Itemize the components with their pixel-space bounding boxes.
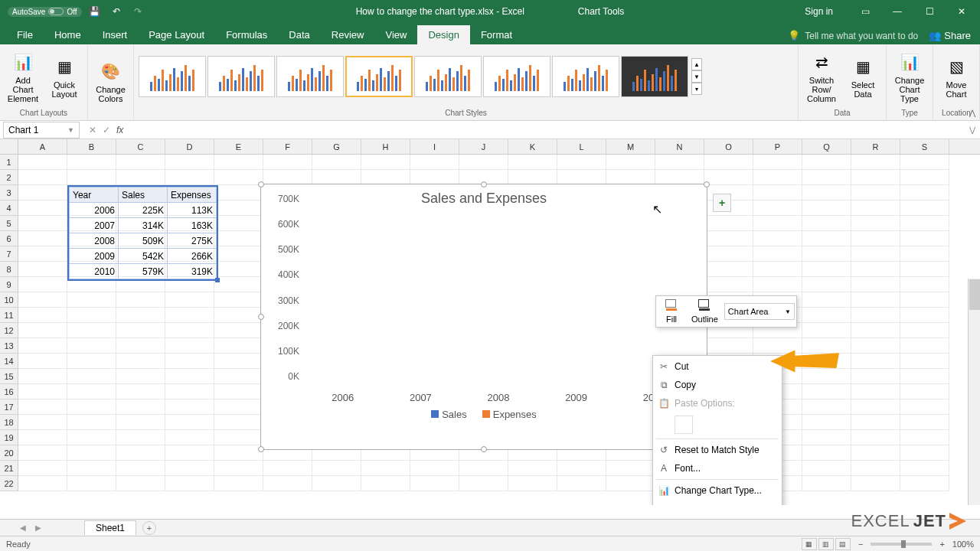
cancel-formula-icon[interactable]: ✕ (89, 125, 96, 135)
cell[interactable] (18, 170, 67, 185)
cell[interactable] (900, 216, 949, 231)
cell[interactable] (851, 415, 900, 430)
cell[interactable] (116, 445, 165, 461)
cell[interactable] (851, 384, 900, 399)
row-header[interactable]: 19 (0, 430, 18, 445)
cell[interactable] (18, 430, 67, 445)
redo-icon[interactable]: ↷ (129, 3, 146, 20)
fill-dropdown[interactable]: Fill (658, 298, 685, 325)
cell[interactable] (753, 231, 802, 246)
quick-layout-button[interactable]: ▦ Quick Layout (44, 53, 84, 100)
cell[interactable] (851, 354, 900, 369)
column-header[interactable]: L (557, 139, 606, 154)
table-cell[interactable]: 2010 (70, 264, 119, 279)
cell[interactable] (214, 415, 263, 430)
cell[interactable] (312, 170, 361, 185)
row-header[interactable]: 8 (0, 262, 18, 277)
change-colors-button[interactable]: 🎨 Change Colors (91, 57, 130, 105)
cell[interactable] (851, 369, 900, 384)
cell[interactable] (67, 292, 116, 308)
cell[interactable] (165, 476, 214, 491)
column-header[interactable]: J (459, 139, 508, 154)
chart-style-thumb[interactable] (483, 56, 550, 97)
tab-design[interactable]: Design (417, 25, 469, 44)
name-box[interactable]: Chart 1▼ (3, 122, 80, 139)
cell[interactable] (214, 216, 263, 231)
cell[interactable] (802, 308, 851, 323)
cell[interactable] (214, 399, 263, 415)
signin-link[interactable]: Sign in (805, 6, 833, 17)
cell[interactable] (410, 170, 459, 185)
column-header[interactable]: F (263, 139, 312, 154)
row-header[interactable]: 3 (0, 185, 18, 201)
cell[interactable] (18, 445, 67, 461)
chart-title[interactable]: Sales and Expenses (261, 184, 707, 210)
cell[interactable] (116, 354, 165, 369)
table-cell[interactable]: 2009 (70, 249, 119, 264)
row-header[interactable]: 1 (0, 155, 18, 170)
cell[interactable] (900, 277, 949, 292)
cell[interactable] (802, 185, 851, 201)
row-header[interactable]: 16 (0, 384, 18, 399)
cell[interactable] (165, 430, 214, 445)
cell[interactable] (165, 308, 214, 323)
sheet-tab[interactable]: Sheet1 (84, 520, 136, 535)
column-header[interactable]: C (116, 139, 165, 154)
column-header[interactable]: I (410, 139, 459, 154)
chart-style-thumb[interactable] (414, 56, 482, 97)
cell[interactable] (753, 201, 802, 216)
cell[interactable] (410, 476, 459, 491)
cell[interactable] (900, 354, 949, 369)
chart-styles-gallery[interactable] (137, 54, 690, 99)
tab-data[interactable]: Data (278, 25, 320, 44)
cell[interactable] (67, 323, 116, 338)
maximize-icon[interactable]: ☐ (914, 0, 945, 23)
cell[interactable] (900, 399, 949, 415)
cell[interactable] (165, 354, 214, 369)
formula-input[interactable] (129, 122, 965, 138)
cell[interactable] (116, 399, 165, 415)
cell[interactable] (900, 461, 949, 476)
cell[interactable] (67, 399, 116, 415)
tab-page-layout[interactable]: Page Layout (138, 25, 215, 44)
cell[interactable] (67, 476, 116, 491)
cell[interactable] (900, 476, 949, 491)
cell[interactable] (361, 476, 410, 491)
sheet-nav[interactable]: ◀▶ (15, 523, 46, 532)
cell[interactable] (116, 476, 165, 491)
cell[interactable] (606, 476, 655, 491)
table-cell[interactable]: 542K (119, 249, 168, 264)
cell[interactable] (704, 338, 753, 354)
cell[interactable] (116, 308, 165, 323)
move-chart-button[interactable]: ▧ Move Chart (936, 53, 976, 100)
row-header[interactable]: 17 (0, 399, 18, 415)
cell[interactable] (165, 292, 214, 308)
source-data-range[interactable]: YearSalesExpenses2006225K113K2007314K163… (67, 185, 218, 281)
cell[interactable] (214, 277, 263, 292)
expand-formula-icon[interactable]: ⋁ (965, 126, 980, 134)
autosave-toggle[interactable]: AutoSave Off (8, 7, 82, 17)
cell[interactable] (851, 246, 900, 262)
cell[interactable] (165, 384, 214, 399)
save-icon[interactable]: 💾 (87, 3, 103, 20)
cell[interactable] (214, 445, 263, 461)
cell[interactable] (900, 292, 949, 308)
cell[interactable] (704, 216, 753, 231)
cell[interactable] (459, 476, 508, 491)
cell[interactable] (655, 155, 704, 170)
cell[interactable] (67, 430, 116, 445)
scroll-down-icon[interactable]: ▼ (691, 70, 702, 83)
page-break-view-icon[interactable]: ▤ (835, 538, 851, 550)
table-cell[interactable]: 319K (168, 264, 217, 279)
chart-style-thumb[interactable] (345, 56, 413, 97)
normal-view-icon[interactable]: ▦ (802, 538, 817, 550)
cell[interactable] (900, 323, 949, 338)
chart-style-thumb[interactable] (552, 56, 619, 97)
menu-copy[interactable]: ⧉Copy (653, 376, 782, 394)
menu-font[interactable]: AFont... (653, 459, 782, 478)
cell[interactable] (116, 292, 165, 308)
new-sheet-button[interactable]: + (142, 521, 156, 535)
zoom-in-icon[interactable]: + (939, 540, 944, 549)
vertical-scrollbar[interactable] (968, 279, 980, 505)
row-header[interactable]: 2 (0, 170, 18, 185)
